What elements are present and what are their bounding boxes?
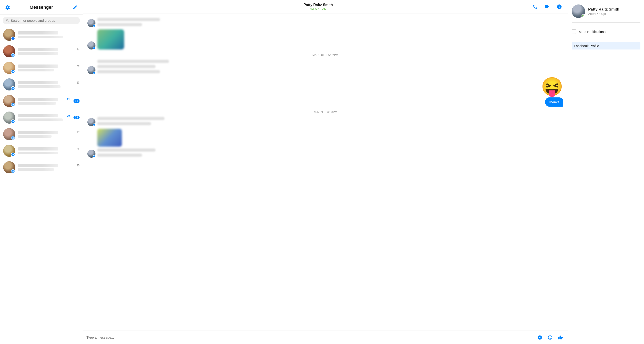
app-title: Messenger — [12, 5, 71, 10]
contact-profile: Patty Raitz Smith Active 4h ago — [572, 4, 640, 23]
mute-notifications-label: Mute Notifications — [579, 30, 606, 33]
phone-button[interactable] — [531, 3, 539, 11]
table-row — [88, 18, 563, 27]
avatar — [88, 19, 96, 27]
search-icon — [6, 19, 9, 22]
message-bubble: Thanks. — [545, 97, 563, 107]
list-item[interactable]: ᴍ ed — [0, 59, 83, 76]
chat-messages: MAR 28TH, 5:52PM 😝 Thanks. APR 7TH, 6:30… — [83, 13, 568, 331]
info-button[interactable] — [555, 3, 563, 11]
mute-notifications-checkbox[interactable] — [572, 29, 576, 34]
messenger-badge: ᴍ — [11, 53, 15, 57]
settings-button[interactable] — [4, 3, 12, 11]
table-row — [88, 60, 563, 74]
sidebar-header: Messenger — [0, 0, 83, 14]
like-button[interactable] — [556, 334, 564, 341]
avatar: ᴍ — [3, 111, 15, 124]
contact-avatar — [572, 4, 585, 18]
list-item[interactable]: ᴍ 11 11 — [0, 93, 83, 109]
messenger-badge: ᴍ — [11, 103, 15, 107]
table-row — [88, 117, 563, 126]
messenger-badge: ᴍ — [11, 153, 15, 157]
table-row: Thanks. — [88, 97, 563, 107]
date-divider: APR 7TH, 6:30PM — [88, 111, 563, 114]
table-row: 😝 — [88, 78, 563, 96]
avatar: ᴍ — [3, 145, 15, 157]
messenger-badge: ᴍ — [11, 86, 15, 90]
search-bar[interactable] — [3, 17, 80, 24]
date-divider: MAR 28TH, 5:52PM — [88, 53, 563, 57]
right-panel: Patty Raitz Smith Active 4h ago Mute Not… — [568, 0, 644, 344]
messenger-badge: ᴍ — [11, 70, 15, 74]
avatar: ᴍ — [3, 128, 15, 140]
list-item[interactable]: ᴍ 29 29 — [0, 109, 83, 126]
chat-input-bar — [83, 331, 568, 344]
messenger-badge: ᴍ — [11, 119, 15, 123]
emoji-message: 😝 — [541, 78, 563, 96]
avatar: ᴍ — [3, 95, 15, 107]
contact-name: Patty Raitz Smith — [304, 3, 333, 7]
list-item[interactable]: f — [0, 26, 83, 43]
messenger-badge: ᴍ — [11, 136, 15, 140]
message-input[interactable] — [86, 336, 533, 339]
avatar: ᴍ — [3, 78, 15, 90]
list-item[interactable]: ᴍ 25 — [0, 142, 83, 159]
messenger-badge: ᴍ — [11, 169, 15, 173]
avatar: ᴍ — [3, 161, 15, 173]
chat-header: Patty Raitz Smith Active 4h ago — [83, 0, 568, 13]
facebook-profile-link[interactable]: Facebook Profile — [572, 42, 640, 49]
list-item[interactable]: ᴍ 1u — [0, 43, 83, 59]
sidebar: Messenger f — [0, 0, 83, 344]
avatar: f — [3, 29, 15, 41]
table-row — [88, 29, 563, 49]
list-item[interactable]: ᴍ 27 — [0, 126, 83, 142]
search-input[interactable] — [11, 18, 77, 22]
avatar — [88, 41, 96, 49]
unread-badge: 11 — [74, 99, 80, 103]
contact-active-status: Active 4h ago — [588, 12, 619, 15]
emoji-button[interactable] — [546, 334, 554, 341]
contact-status: Active 4h ago — [304, 7, 333, 10]
mute-notifications-row: Mute Notifications — [572, 27, 640, 36]
conversations-list: f ᴍ 1u — [0, 26, 83, 344]
table-row — [88, 129, 563, 158]
sticker-button[interactable] — [536, 334, 544, 341]
compose-button[interactable] — [71, 3, 79, 11]
avatar — [88, 150, 96, 158]
fb-badge: f — [11, 36, 15, 40]
contact-full-name: Patty Raitz Smith — [588, 7, 619, 12]
unread-badge: 29 — [74, 116, 80, 119]
video-button[interactable] — [543, 3, 551, 11]
avatar: ᴍ — [3, 62, 15, 74]
avatar: ᴍ — [3, 45, 15, 57]
list-item[interactable]: ᴍ 13 — [0, 76, 83, 93]
avatar — [88, 66, 96, 74]
main-chat: Patty Raitz Smith Active 4h ago — [83, 0, 568, 344]
list-item[interactable]: ᴍ 25 — [0, 159, 83, 176]
avatar — [88, 118, 96, 126]
